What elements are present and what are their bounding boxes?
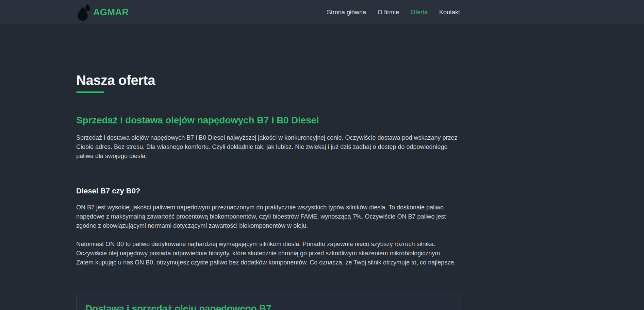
section-heading-sprzedaz: Sprzedaż i dostawa olejów napędowych B7 … — [76, 115, 460, 126]
nav-item-strona-glowna[interactable]: Strona główna — [327, 9, 366, 16]
nav-item-oferta[interactable]: Oferta — [411, 9, 428, 16]
page-title: Nasza oferta — [76, 73, 460, 88]
brand-name: AGMAR — [93, 7, 129, 18]
paragraph-sprzedaz: Sprzedaż i dostawa olejów napędowych B7 … — [76, 133, 460, 161]
offer-card-heading: Dostawa i sprzedaż oleju napędowego B7 — [85, 303, 451, 310]
paragraph-on-b0: Natomiast ON B0 to paliwo dedykowane naj… — [76, 240, 460, 267]
header-inner: AGMAR Strona główna O firmie Oferta Kont… — [76, 4, 460, 21]
sub-heading-diesel-b7-czy-b0: Diesel B7 czy B0? — [76, 187, 460, 195]
paragraph-on-b7: ON B7 jest wysokiej jakości paliwem napę… — [76, 203, 460, 230]
brand-logo-link[interactable]: AGMAR — [76, 4, 129, 21]
oil-drop-icon — [76, 4, 92, 21]
title-underline-bar — [76, 91, 104, 93]
header: AGMAR Strona główna O firmie Oferta Kont… — [0, 0, 644, 24]
nav-item-o-firmie[interactable]: O firmie — [378, 9, 399, 16]
nav-item-kontakt[interactable]: Kontakt — [439, 9, 460, 16]
offer-card: Dostawa i sprzedaż oleju napędowego B7 — [76, 293, 460, 310]
main-nav: Strona główna O firmie Oferta Kontakt — [327, 9, 460, 16]
main-content: Nasza oferta Sprzedaż i dostawa olejów n… — [76, 73, 460, 310]
